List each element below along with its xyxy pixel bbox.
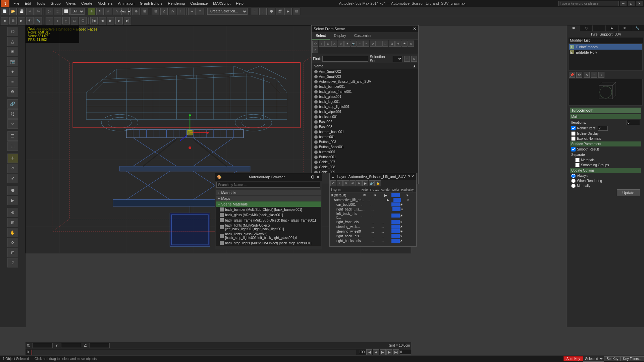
ssd-particle-button[interactable]: · — [376, 41, 382, 47]
select-by-name-button[interactable]: ☰ — [7, 131, 18, 141]
menu-modifiers[interactable]: Modifiers — [95, 1, 115, 6]
lp-row[interactable]: right_front...els... ...... ☀ — [330, 220, 416, 224]
ssd-xref-button[interactable]: ⊞ — [389, 41, 395, 47]
lp-render-icon[interactable]: ▶ — [383, 198, 393, 202]
ssd-item[interactable]: Base003 — [312, 124, 418, 129]
new-button[interactable]: 📄 — [1, 8, 8, 15]
lp-radiosity-icon[interactable]: ☀ — [400, 214, 415, 218]
ssd-item[interactable]: backside001 — [312, 114, 418, 119]
update-button[interactable]: Update — [617, 189, 640, 196]
lp-row[interactable]: right_back...els... ...... ☀ — [330, 234, 416, 238]
lp-row[interactable]: left_back_...ls b... ... ... ☀ — [330, 212, 416, 220]
z-input[interactable] — [90, 343, 110, 348]
mb-item[interactable]: back_glass (VRayMtl) [back_glass001] — [216, 212, 321, 218]
set-key-button[interactable]: Set Key — [604, 356, 621, 361]
create-helper-button[interactable]: + — [7, 67, 18, 76]
create-geom-button[interactable]: ⬡ — [7, 27, 18, 36]
mb-item[interactable]: back_lights (Multi/Sub-Object) [left_bac… — [216, 223, 321, 232]
mod-pin-button[interactable]: 📌 — [569, 72, 575, 78]
rectangular-button[interactable]: ⬚ — [7, 141, 18, 151]
material-button[interactable]: ⬢ — [7, 186, 18, 195]
open-button[interactable]: 📂 — [9, 8, 17, 15]
tl-goto-end[interactable]: ▶| — [393, 349, 399, 355]
ssd-geom-button[interactable]: △ — [331, 41, 337, 47]
render-button-left[interactable]: ▶ — [7, 196, 18, 205]
ssd-item[interactable]: Automotive_Scissor_Lift_and_SUV — [312, 79, 418, 84]
lp-radiosity-icon[interactable]: ☀ — [400, 203, 415, 206]
mb-options-button[interactable]: ⚙ — [311, 174, 315, 180]
lp-unlock-button[interactable]: 🔓 — [375, 180, 381, 186]
vertex-button[interactable]: · — [46, 17, 53, 24]
ssd-item[interactable]: Arm_Small002 — [312, 69, 418, 74]
lp-radiosity-icon[interactable]: ☀ — [400, 207, 415, 211]
utility-button[interactable]: 🔧 — [35, 17, 42, 24]
select-region-button[interactable]: ⬚ — [54, 8, 61, 15]
mod-down-button[interactable]: ↓ — [598, 72, 604, 78]
maximize-button-left[interactable]: ⊡ — [7, 248, 18, 257]
ssd-tab-display[interactable]: Display — [330, 32, 350, 40]
move-button[interactable]: ✛ — [88, 8, 95, 15]
mod-config-button[interactable]: ⚙ — [576, 72, 582, 78]
mb-materials-header[interactable]: + Materials — [216, 190, 321, 195]
lp-row[interactable]: Automotive_lift_an... ... ... ▶ ☀ — [330, 197, 416, 202]
ssd-tab-select[interactable]: Select — [312, 32, 330, 40]
always-radio[interactable] — [571, 174, 576, 178]
link-button[interactable]: 🔗 — [7, 99, 18, 109]
scale-button[interactable]: ⤢ — [105, 8, 112, 15]
lp-radiosity-icon[interactable]: ☀ — [400, 193, 415, 197]
ssd-item[interactable]: Cable_008 — [312, 165, 418, 170]
ssd-expand-button[interactable]: ⊕ — [408, 41, 414, 47]
manually-radio[interactable] — [571, 184, 576, 188]
align2-button[interactable]: ≡ — [197, 8, 204, 15]
when-rendering-radio[interactable] — [571, 179, 576, 183]
create-system-button[interactable]: ⚙ — [7, 87, 18, 97]
curve-editor-button[interactable]: ~ — [251, 8, 258, 15]
lp-color-swatch[interactable] — [392, 207, 400, 211]
mb-item[interactable]: back_lights_glass (VRayMtl) [back_stop_l… — [216, 232, 321, 240]
explicit-normals-checkbox[interactable] — [571, 136, 576, 141]
align-button[interactable]: ⊞ — [141, 8, 148, 15]
ssd-item[interactable]: bottom001 — [312, 134, 418, 139]
play-button[interactable]: ▶ — [107, 17, 114, 24]
ssd-all-button[interactable]: ⬡ — [312, 41, 318, 47]
iterations-input[interactable]: 0 — [627, 120, 640, 125]
ssd-group-button[interactable]: ⬚ — [382, 41, 388, 47]
mb-maps-header[interactable]: + Maps — [216, 196, 321, 201]
lp-row[interactable]: steering_wheel0 ...... ☀ — [330, 229, 416, 234]
ssd-camera-button[interactable]: 📷 — [351, 41, 357, 47]
lp-add-button[interactable]: + — [337, 180, 343, 186]
mb-item[interactable]: back_stop_lights (Multi/Sub-Object) [bac… — [216, 240, 321, 246]
mod-up-button[interactable]: ↑ — [591, 72, 597, 78]
face-button[interactable]: △ — [62, 17, 70, 24]
mod-del-button[interactable]: ✕ — [584, 72, 590, 78]
menu-views[interactable]: Views — [63, 1, 78, 6]
lp-color-swatch[interactable] — [391, 202, 400, 206]
tab-create[interactable]: ⊞ — [567, 25, 580, 31]
tab-hierarchy[interactable]: ⋮ — [593, 25, 605, 31]
smooth-result-checkbox[interactable] — [571, 147, 576, 152]
render-button[interactable]: ▶ — [284, 8, 292, 15]
ssd-collapse-button[interactable]: ⊖ — [312, 47, 318, 53]
rotate-button[interactable]: ↻ — [96, 8, 104, 15]
menu-maxscript[interactable]: MAXScript — [210, 1, 233, 6]
tab-modify[interactable]: ⬡ — [580, 25, 593, 31]
bind-space-warp-button[interactable]: ≋ — [7, 119, 18, 129]
lp-hide-icon[interactable]: ... — [364, 198, 374, 202]
display-button[interactable]: 👁 — [26, 17, 34, 24]
lp-delete-button[interactable]: ✕ — [343, 180, 349, 186]
element-button[interactable]: ⬡ — [79, 17, 87, 24]
lp-hide-button[interactable]: 👁 — [350, 180, 356, 186]
render-frame-button[interactable]: ⊡ — [293, 8, 300, 15]
ssd-scroll-up[interactable]: ▲ — [413, 64, 416, 68]
lp-radiosity-icon[interactable]: ☀ — [400, 220, 415, 224]
render-iters-input[interactable] — [598, 126, 608, 131]
pan-button-left[interactable]: ✋ — [7, 228, 18, 237]
timeline-track[interactable] — [32, 350, 357, 355]
menu-group[interactable]: Group — [48, 1, 63, 6]
scale-tool-button[interactable]: ⤢ — [7, 174, 18, 183]
menu-file[interactable]: File — [11, 1, 22, 6]
mb-item[interactable]: back_glass_frame (Multi/Sub-Object) [bac… — [216, 218, 321, 223]
lp-row[interactable]: car_body001 ... ... ☀ — [330, 202, 416, 207]
modifier-editpoly[interactable]: E Editable Poly — [569, 50, 642, 55]
key-filters-button[interactable]: Key Filters... — [621, 356, 644, 361]
